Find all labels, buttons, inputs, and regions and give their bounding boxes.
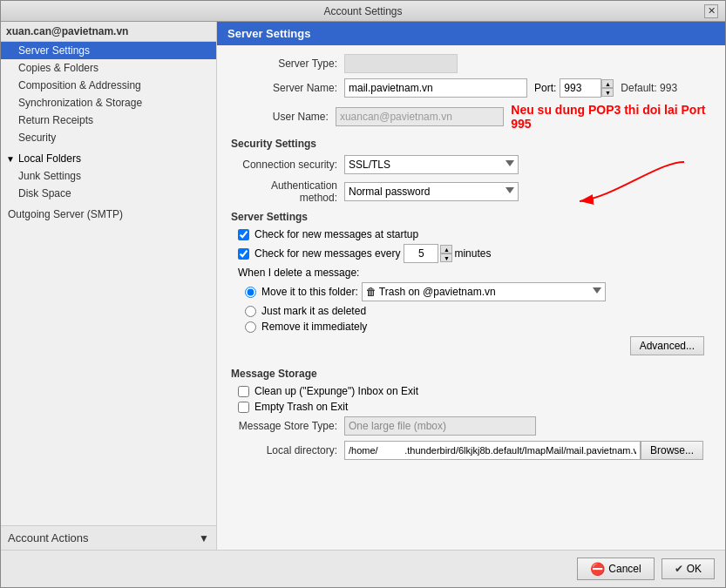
cancel-icon: ⛔ <box>590 562 605 576</box>
connection-security-label: Connection security: <box>231 159 344 171</box>
just-mark-label: Just mark it as deleted <box>261 305 366 317</box>
minutes-spinner-up[interactable]: ▲ <box>440 245 452 253</box>
message-store-select[interactable]: One large file (mbox) <box>344 416 536 436</box>
account-header[interactable]: xuan.can@pavietnam.vn <box>1 22 216 42</box>
sidebar-item-junk-settings[interactable]: Junk Settings <box>1 167 216 185</box>
username-label: User Name: <box>231 111 336 123</box>
cleanup-checkbox[interactable] <box>238 386 249 397</box>
account-settings-dialog: Account Settings ✕ xuan.can@pavietnam.vn… <box>0 0 726 588</box>
check-every-checkbox[interactable] <box>238 248 249 260</box>
just-mark-radio[interactable] <box>245 306 256 317</box>
check-startup-checkbox[interactable] <box>238 229 249 240</box>
local-dir-input[interactable] <box>344 441 641 460</box>
advanced-button[interactable]: Advanced... <box>630 336 704 355</box>
move-to-folder-row: Move it to this folder: 🗑 Trash on @pavi… <box>245 282 711 301</box>
server-settings-header: Server Settings <box>217 22 725 45</box>
ok-icon: ✔ <box>675 563 683 575</box>
pop3-note: Neu su dung POP3 thi doi lai Port 995 <box>511 103 711 131</box>
message-store-type-row: Message Store Type: One large file (mbox… <box>231 416 711 436</box>
ok-label: OK <box>687 563 702 575</box>
remove-immediately-row: Remove it immediately <box>245 321 711 333</box>
check-every-input[interactable] <box>404 244 438 263</box>
cancel-button[interactable]: ⛔ Cancel <box>577 558 654 580</box>
auth-method-select[interactable]: Normal password <box>344 182 519 201</box>
folder-select[interactable]: 🗑 Trash on @pavietnam.vn <box>362 282 606 301</box>
minutes-spinners: ▲ ▼ <box>440 245 452 262</box>
just-mark-row: Just mark it as deleted <box>245 305 711 317</box>
local-folders-label: Local Folders <box>18 152 81 165</box>
ok-button[interactable]: ✔ OK <box>662 558 715 579</box>
right-panel: Server Settings Server Type: Server Name… <box>217 22 725 550</box>
port-input[interactable] <box>560 78 601 98</box>
port-group: Port: ▲ ▼ Default: 993 <box>534 78 677 98</box>
server-type-value <box>344 54 458 73</box>
check-every-row: Check for new messages every ▲ ▼ minutes <box>231 244 711 263</box>
account-actions-dropdown-icon: ▼ <box>199 532 209 544</box>
server-type-row: Server Type: <box>231 54 711 73</box>
empty-trash-checkbox[interactable] <box>238 402 249 413</box>
minutes-spinner-down[interactable]: ▼ <box>440 253 452 262</box>
cleanup-label: Clean up ("Expunge") Inbox on Exit <box>254 385 418 397</box>
check-startup-row: Check for new messages at startup <box>231 228 711 240</box>
auth-method-row: Authentication method: Normal password <box>231 179 711 204</box>
cleanup-row: Clean up ("Expunge") Inbox on Exit <box>231 385 711 397</box>
sidebar-item-server-settings[interactable]: Server Settings <box>1 42 216 59</box>
server-settings-sub-header: Server Settings <box>231 211 711 223</box>
sidebar-item-outgoing-smtp[interactable]: Outgoing Server (SMTP) <box>1 206 216 223</box>
remove-immediately-radio[interactable] <box>245 321 256 333</box>
close-button[interactable]: ✕ <box>704 4 718 18</box>
local-dir-label: Local directory: <box>231 444 344 456</box>
advanced-btn-row: Advanced... <box>231 336 711 361</box>
auth-method-wrapper: Normal password <box>344 182 519 201</box>
remove-immediately-label: Remove it immediately <box>261 321 367 333</box>
check-every-label: Check for new messages every <box>254 247 400 260</box>
radio-group: Move it to this folder: 🗑 Trash on @pavi… <box>231 282 711 333</box>
browse-button[interactable]: Browse... <box>641 441 703 460</box>
message-store-type-label: Message Store Type: <box>231 420 344 432</box>
port-spinner-down[interactable]: ▼ <box>601 88 614 97</box>
form-area: Server Type: Server Name: Port: ▲ ▼ <box>217 45 725 474</box>
local-folders-header: ▼ Local Folders <box>1 150 216 167</box>
default-label: Default: 993 <box>621 82 677 94</box>
sidebar: xuan.can@pavietnam.vn Server Settings Co… <box>1 22 217 550</box>
username-row: User Name: Neu su dung POP3 thi doi lai … <box>231 103 711 131</box>
local-folders-expand-icon: ▼ <box>6 154 15 164</box>
connection-security-row: Connection security: SSL/TLS <box>231 155 711 174</box>
username-input[interactable] <box>336 107 504 126</box>
server-name-label: Server Name: <box>231 82 344 94</box>
security-settings-header: Security Settings <box>231 138 711 150</box>
check-startup-label: Check for new messages at startup <box>254 228 418 240</box>
title-bar: Account Settings ✕ <box>1 1 725 22</box>
port-spinners: ▲ ▼ <box>601 79 614 97</box>
port-spinner-up[interactable]: ▲ <box>601 79 614 88</box>
sidebar-item-security[interactable]: Security <box>1 129 216 146</box>
check-every-unit: minutes <box>454 247 491 260</box>
connection-security-select[interactable]: SSL/TLS <box>344 155 519 174</box>
sidebar-item-copies-folders[interactable]: Copies & Folders <box>1 59 216 77</box>
bottom-bar: ⛔ Cancel ✔ OK <box>1 550 725 587</box>
cancel-label: Cancel <box>608 563 641 575</box>
sidebar-item-sync-storage[interactable]: Synchronization & Storage <box>1 94 216 112</box>
local-dir-row: Local directory: Browse... <box>231 441 711 460</box>
sidebar-item-disk-space[interactable]: Disk Space <box>1 185 216 202</box>
dialog-title: Account Settings <box>22 5 704 17</box>
empty-trash-label: Empty Trash on Exit <box>254 401 348 413</box>
account-actions-bar[interactable]: Account Actions ▼ <box>1 525 216 550</box>
main-content: xuan.can@pavietnam.vn Server Settings Co… <box>1 22 725 550</box>
delete-message-label: When I delete a message: <box>231 267 711 279</box>
move-to-folder-label: Move it to this folder: <box>261 286 358 298</box>
sidebar-item-composition[interactable]: Composition & Addressing <box>1 77 216 94</box>
move-to-folder-radio[interactable] <box>245 287 256 298</box>
auth-method-label: Authentication method: <box>231 179 344 204</box>
server-type-label: Server Type: <box>231 57 344 70</box>
port-label: Port: <box>534 82 556 94</box>
connection-security-wrapper: SSL/TLS <box>344 155 519 174</box>
server-name-row: Server Name: Port: ▲ ▼ Default: 993 <box>231 78 711 98</box>
account-actions-label: Account Actions <box>8 531 199 544</box>
sidebar-item-return-receipts[interactable]: Return Receipts <box>1 112 216 129</box>
empty-trash-row: Empty Trash on Exit <box>231 401 711 413</box>
server-name-input[interactable] <box>344 78 527 98</box>
message-storage-header: Message Storage <box>231 368 711 380</box>
